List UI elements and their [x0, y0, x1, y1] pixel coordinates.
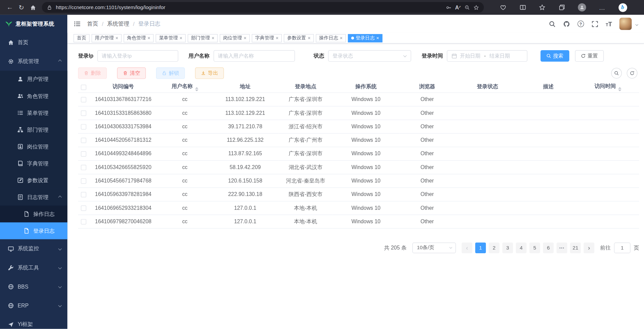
- table-row[interactable]: 1641043063331753984 cc 39.171.210.78 浙江省…: [78, 120, 639, 133]
- home-icon[interactable]: [27, 2, 39, 13]
- sidebar-item-param-settings[interactable]: 参数设置: [0, 172, 67, 189]
- col-username[interactable]: 用户名称: [158, 81, 212, 93]
- table-row[interactable]: 1641031533185863680 cc 113.102.129.221 广…: [78, 106, 639, 120]
- status-select[interactable]: [328, 50, 411, 62]
- sidebar-item-yi-framework[interactable]: Yi框架: [0, 315, 67, 329]
- login-ip-input[interactable]: [102, 53, 174, 59]
- favorite-star-icon[interactable]: [473, 5, 479, 10]
- sidebar-item-dict-mgmt[interactable]: 字典管理: [0, 155, 67, 172]
- row-checkbox[interactable]: [81, 165, 86, 170]
- close-icon[interactable]: ×: [308, 36, 311, 41]
- search-button[interactable]: 搜索: [540, 50, 569, 62]
- sidebar-item-menu-mgmt[interactable]: 菜单管理: [0, 104, 67, 121]
- avatar[interactable]: [619, 18, 632, 30]
- tab-operation-log[interactable]: 操作日志×: [316, 34, 346, 42]
- close-icon[interactable]: ×: [376, 36, 379, 41]
- tab-menu-mgmt[interactable]: 菜单管理×: [156, 34, 186, 42]
- sidebar-item-role-mgmt[interactable]: 角色管理: [0, 88, 67, 104]
- search-icon[interactable]: [549, 20, 556, 27]
- sidebar-item-system-mgmt[interactable]: 系统管理: [0, 52, 67, 71]
- toggle-search-button[interactable]: [611, 68, 622, 78]
- table-row[interactable]: 1641053426655825920 cc 58.19.42.209 湖北省-…: [78, 160, 639, 174]
- unlock-button[interactable]: 解锁: [156, 67, 185, 79]
- table-row[interactable]: 1641044993248464896 cc 113.87.92.165 广东省…: [78, 147, 639, 160]
- split-screen-icon[interactable]: [520, 4, 526, 11]
- close-icon[interactable]: ×: [276, 36, 279, 41]
- row-checkbox[interactable]: [81, 192, 86, 197]
- collections-icon[interactable]: [559, 4, 565, 11]
- refresh-icon[interactable]: ↻: [15, 2, 27, 13]
- end-date-placeholder[interactable]: 结束日期: [490, 53, 510, 60]
- back-icon[interactable]: ←: [4, 2, 15, 13]
- page-button-21[interactable]: 21: [570, 242, 581, 253]
- page-button-4[interactable]: 4: [516, 242, 527, 253]
- sidebar-item-operation-log[interactable]: 操作日志: [0, 205, 67, 222]
- url-text[interactable]: https://ccnetcore.com:1101/system/log/lo…: [56, 4, 442, 10]
- hamburger-icon[interactable]: [74, 20, 81, 28]
- delete-button[interactable]: 删除: [78, 67, 107, 79]
- copilot-icon[interactable]: b: [618, 3, 627, 12]
- page-size-select[interactable]: 10条/页: [413, 242, 456, 253]
- close-icon[interactable]: ×: [212, 36, 215, 41]
- question-icon[interactable]: ?: [577, 21, 584, 27]
- github-icon[interactable]: [563, 20, 570, 27]
- refresh-table-button[interactable]: [627, 68, 638, 78]
- close-icon[interactable]: ×: [115, 36, 118, 41]
- tab-home[interactable]: 首页: [74, 34, 90, 42]
- key-icon[interactable]: [446, 5, 452, 10]
- status-select-input[interactable]: [332, 53, 406, 59]
- page-button-3[interactable]: 3: [502, 242, 513, 253]
- next-page-button[interactable]: ›: [584, 242, 595, 253]
- app-logo[interactable]: 意框架管理系统: [0, 15, 67, 33]
- row-checkbox[interactable]: [81, 205, 86, 211]
- read-aloud-icon[interactable]: Aᐟ: [455, 4, 461, 10]
- table-row[interactable]: 1641059633978281984 cc 222.90.130.18 陕西省…: [78, 188, 639, 201]
- row-checkbox[interactable]: [81, 178, 86, 184]
- sort-icon[interactable]: [618, 87, 621, 91]
- col-time[interactable]: 访问时间: [577, 81, 639, 93]
- address-bar[interactable]: https://ccnetcore.com:1101/system/log/lo…: [42, 2, 484, 13]
- tab-param-settings[interactable]: 参数设置×: [284, 34, 314, 42]
- table-row[interactable]: 1641054566717984768 cc 120.6.150.158 河北省…: [78, 174, 639, 187]
- tab-post-mgmt[interactable]: 岗位管理×: [220, 34, 250, 42]
- export-button[interactable]: 导出: [195, 67, 224, 79]
- select-all-checkbox[interactable]: [81, 85, 86, 90]
- favorites-bar-icon[interactable]: [539, 4, 546, 11]
- sidebar-item-system-monitor[interactable]: 系统监控: [0, 239, 67, 258]
- close-icon[interactable]: ×: [147, 36, 150, 41]
- page-button-1[interactable]: 1: [475, 242, 486, 253]
- sort-icon[interactable]: [195, 87, 198, 91]
- sidebar-item-dept-mgmt[interactable]: 部门管理: [0, 121, 67, 138]
- page-button-6[interactable]: 6: [543, 242, 554, 253]
- table-row[interactable]: 1641044520567181312 cc 112.96.225.132 广东…: [78, 133, 639, 147]
- prev-page-button[interactable]: ‹: [462, 242, 472, 253]
- row-checkbox[interactable]: [81, 219, 86, 225]
- date-range-picker[interactable]: 开始日期 - 结束日期: [447, 50, 527, 62]
- start-date-placeholder[interactable]: 开始日期: [460, 53, 480, 60]
- row-checkbox[interactable]: [81, 151, 86, 157]
- goto-page-input[interactable]: [614, 242, 631, 253]
- sidebar-item-log-mgmt[interactable]: 日志管理: [0, 189, 67, 205]
- reset-button[interactable]: 重置: [575, 50, 603, 62]
- tab-dept-mgmt[interactable]: 部门管理×: [188, 34, 218, 42]
- zoom-out-icon[interactable]: [465, 5, 470, 10]
- profile-icon[interactable]: [578, 3, 586, 11]
- row-checkbox[interactable]: [81, 97, 86, 102]
- more-pages-button[interactable]: •••: [557, 242, 567, 253]
- clear-button[interactable]: 清空: [117, 67, 146, 79]
- table-row[interactable]: 1641069798270046208 cc 127.0.0.1 本地-本机 W…: [78, 215, 639, 228]
- close-icon[interactable]: ×: [179, 36, 182, 41]
- breadcrumb-system-mgmt[interactable]: 系统管理: [107, 20, 129, 28]
- page-button-5[interactable]: 5: [529, 242, 540, 253]
- row-checkbox[interactable]: [81, 110, 86, 116]
- sidebar-item-home[interactable]: 首页: [0, 33, 67, 52]
- tab-login-log[interactable]: 登录日志×: [348, 34, 383, 42]
- breadcrumb-home[interactable]: 首页: [87, 20, 98, 28]
- sidebar-item-user-mgmt[interactable]: 用户管理: [0, 71, 67, 88]
- sidebar-item-erp[interactable]: ERP: [0, 296, 67, 315]
- fontsize-icon[interactable]: TT: [606, 21, 612, 27]
- sidebar-item-post-mgmt[interactable]: 岗位管理: [0, 138, 67, 155]
- sidebar-item-system-tools[interactable]: 系统工具: [0, 258, 67, 277]
- close-icon[interactable]: ×: [340, 36, 343, 41]
- tab-role-mgmt[interactable]: 角色管理×: [123, 34, 153, 42]
